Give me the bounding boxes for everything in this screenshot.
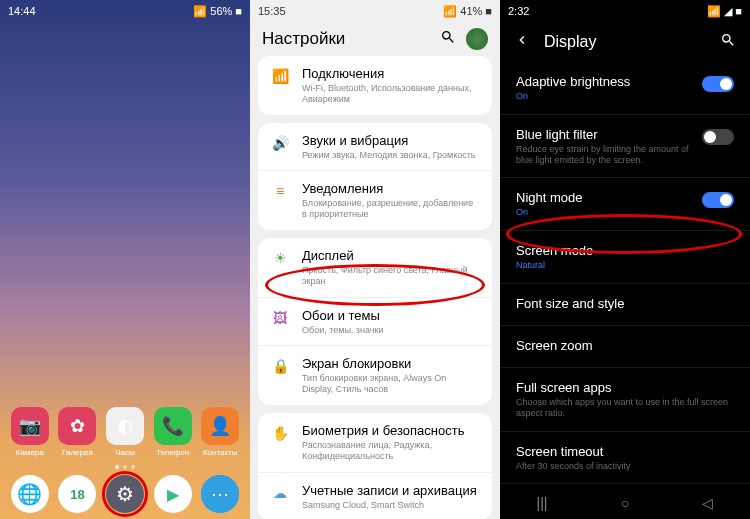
- settings-card: 📶ПодключенияWi-Fi, Bluetooth, Использова…: [258, 56, 492, 115]
- settings-header: Настройки: [250, 22, 500, 56]
- row-title: Звуки и вибрация: [302, 133, 480, 148]
- display-item-screen-timeout[interactable]: Screen timeoutAfter 30 seconds of inacti…: [500, 432, 750, 485]
- app-label: Телефон: [156, 448, 189, 457]
- row-icon: 📶: [270, 68, 290, 84]
- row-subtitle: Режим звука, Мелодия звонка, Громкость: [302, 150, 480, 161]
- status-bar: 2:32 📶 ◢ ■: [500, 0, 750, 22]
- settings-card: ✋Биометрия и безопасностьРаспознавание л…: [258, 413, 492, 519]
- dock: 🌐18⚙▶⋯: [0, 475, 250, 513]
- page-indicator: [0, 465, 250, 469]
- display-settings-list: Adaptive brightnessOnBlue light filterRe…: [500, 62, 750, 484]
- status-icons: 📶 41% ■: [443, 5, 492, 18]
- home-button[interactable]: ○: [621, 495, 629, 511]
- settings-card: 🔊Звуки и вибрацияРежим звука, Мелодия зв…: [258, 123, 492, 230]
- item-subtitle: On: [516, 91, 702, 102]
- display-item-screen-mode[interactable]: Screen modeNatural: [500, 231, 750, 284]
- row-title: Биометрия и безопасность: [302, 423, 480, 438]
- item-title: Screen zoom: [516, 338, 734, 353]
- item-title: Full screen apps: [516, 380, 734, 395]
- item-title: Screen mode: [516, 243, 734, 258]
- display-item-font-size-and-style[interactable]: Font size and style: [500, 284, 750, 326]
- dock-messages-icon[interactable]: ⋯: [201, 475, 239, 513]
- app-Часы[interactable]: ◐Часы: [104, 407, 146, 457]
- app-label: Камера: [16, 448, 44, 457]
- row-subtitle: Обои, темы, значки: [302, 325, 480, 336]
- status-icons: 📶 56% ■: [193, 5, 242, 18]
- clock: 2:32: [508, 5, 529, 17]
- profile-avatar[interactable]: [466, 28, 488, 50]
- row-subtitle: Тип блокировки экрана, Always On Display…: [302, 373, 480, 395]
- recents-button[interactable]: |||: [537, 495, 548, 511]
- item-subtitle: Choose which apps you want to use in the…: [516, 397, 734, 419]
- row-icon: ☀: [270, 250, 290, 266]
- item-subtitle: On: [516, 207, 702, 218]
- item-subtitle: Reduce eye strain by limiting the amount…: [516, 144, 702, 166]
- item-title: Screen timeout: [516, 444, 734, 459]
- app-icon: 📷: [11, 407, 49, 445]
- app-label: Контакты: [203, 448, 238, 457]
- app-row: 📷Камера✿Галерея◐Часы📞Телефон👤Контакты: [0, 407, 250, 457]
- status-bar: 15:35 📶 41% ■: [250, 0, 500, 22]
- app-icon: ✿: [58, 407, 96, 445]
- toggle-switch[interactable]: [702, 192, 734, 208]
- item-title: Font size and style: [516, 296, 734, 311]
- dock-settings-icon[interactable]: ⚙: [106, 475, 144, 513]
- app-Телефон[interactable]: 📞Телефон: [152, 407, 194, 457]
- settings-row-Уведомления[interactable]: ≡УведомленияБлокирование, разрешение, до…: [258, 170, 492, 230]
- row-icon: ≡: [270, 183, 290, 199]
- settings-list-panel: 15:35 📶 41% ■ Настройки 📶ПодключенияWi-F…: [250, 0, 500, 519]
- item-title: Adaptive brightness: [516, 74, 702, 89]
- item-title: Blue light filter: [516, 127, 702, 142]
- dock-calendar-icon[interactable]: 18: [58, 475, 96, 513]
- app-icon: ◐: [106, 407, 144, 445]
- display-item-night-mode[interactable]: Night modeOn: [500, 178, 750, 231]
- settings-row-Звуки и вибрация[interactable]: 🔊Звуки и вибрацияРежим звука, Мелодия зв…: [258, 123, 492, 171]
- display-item-full-screen-apps[interactable]: Full screen appsChoose which apps you wa…: [500, 368, 750, 432]
- item-subtitle: Natural: [516, 260, 734, 271]
- app-icon: 👤: [201, 407, 239, 445]
- row-icon: 🔊: [270, 135, 290, 151]
- settings-row-Дисплей[interactable]: ☀ДисплейЯркость, Фильтр синего света, Гл…: [258, 238, 492, 297]
- toggle-switch[interactable]: [702, 76, 734, 92]
- toggle-switch[interactable]: [702, 129, 734, 145]
- dock-play-icon[interactable]: ▶: [154, 475, 192, 513]
- row-subtitle: Samsung Cloud, Smart Switch: [302, 500, 480, 511]
- app-label: Галерея: [62, 448, 93, 457]
- app-Галерея[interactable]: ✿Галерея: [56, 407, 98, 457]
- clock: 14:44: [8, 5, 36, 17]
- search-icon[interactable]: [440, 29, 456, 49]
- row-icon: ✋: [270, 425, 290, 441]
- settings-row-Экран блокировки[interactable]: 🔒Экран блокировкиТип блокировки экрана, …: [258, 345, 492, 405]
- navigation-bar: ||| ○ ◁: [500, 487, 750, 519]
- app-icon: 📞: [154, 407, 192, 445]
- app-Контакты[interactable]: 👤Контакты: [199, 407, 241, 457]
- settings-row-Биометрия и безопасность[interactable]: ✋Биометрия и безопасностьРаспознавание л…: [258, 413, 492, 472]
- app-Камера[interactable]: 📷Камера: [9, 407, 51, 457]
- row-title: Экран блокировки: [302, 356, 480, 371]
- settings-row-Учетные записи и архивация[interactable]: ☁Учетные записи и архивацияSamsung Cloud…: [258, 472, 492, 519]
- row-icon: ☁: [270, 485, 290, 501]
- display-header: Display: [500, 22, 750, 62]
- row-title: Уведомления: [302, 181, 480, 196]
- row-title: Дисплей: [302, 248, 480, 263]
- settings-row-Обои и темы[interactable]: 🖼Обои и темыОбои, темы, значки: [258, 297, 492, 346]
- display-item-blue-light-filter[interactable]: Blue light filterReduce eye strain by li…: [500, 115, 750, 179]
- display-item-screen-zoom[interactable]: Screen zoom: [500, 326, 750, 368]
- row-title: Обои и темы: [302, 308, 480, 323]
- dock-chrome-icon[interactable]: 🌐: [11, 475, 49, 513]
- settings-row-Подключения[interactable]: 📶ПодключенияWi-Fi, Bluetooth, Использова…: [258, 56, 492, 115]
- row-icon: 🔒: [270, 358, 290, 374]
- status-bar: 14:44 📶 56% ■: [0, 0, 250, 22]
- row-icon: 🖼: [270, 310, 290, 326]
- clock: 15:35: [258, 5, 286, 17]
- row-subtitle: Блокирование, разрешение, добавление в п…: [302, 198, 480, 220]
- item-subtitle: After 30 seconds of inactivity: [516, 461, 734, 472]
- search-icon[interactable]: [720, 32, 736, 52]
- row-subtitle: Яркость, Фильтр синего света, Главный эк…: [302, 265, 480, 287]
- app-label: Часы: [115, 448, 135, 457]
- back-icon[interactable]: [514, 32, 530, 52]
- back-button[interactable]: ◁: [702, 495, 713, 511]
- display-item-adaptive-brightness[interactable]: Adaptive brightnessOn: [500, 62, 750, 115]
- item-title: Night mode: [516, 190, 702, 205]
- settings-cards: 📶ПодключенияWi-Fi, Bluetooth, Использова…: [250, 56, 500, 519]
